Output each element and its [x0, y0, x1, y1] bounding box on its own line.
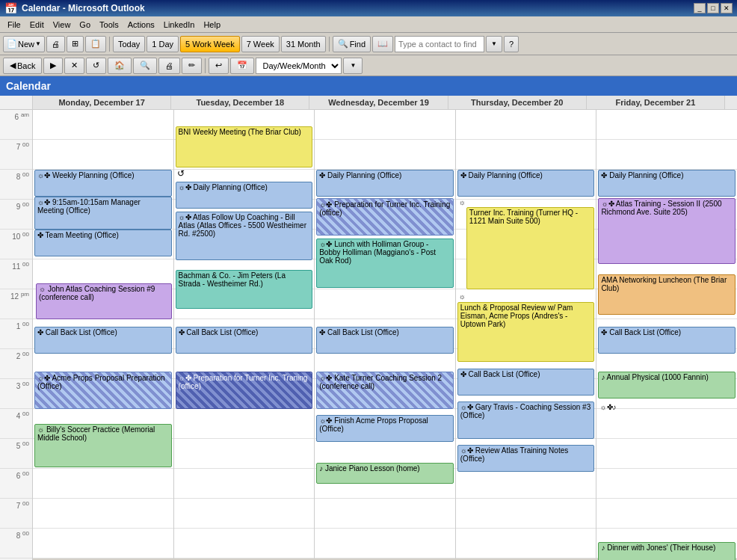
event-fri-1[interactable]: ✤ Daily Planning (Office)	[598, 170, 736, 197]
menu-bar: File Edit View Go Tools Actions LinkedIn…	[0, 16, 737, 33]
edit-nav-button[interactable]: ✏	[182, 58, 202, 74]
table-icon: 📋	[90, 39, 101, 49]
event-thu-6[interactable]: ☼✤ Review Atlas Training Notes (Office)	[457, 445, 595, 472]
grid-icon-button[interactable]: ⊞	[67, 36, 84, 52]
address-book-button[interactable]: 📖	[372, 36, 393, 52]
calendar-title: Calendar	[6, 80, 51, 92]
time-3: 3 00	[0, 379, 32, 409]
print-icon: 🖨	[52, 40, 60, 49]
day-col-tue[interactable]: BNI Weekly Meeting (The Briar Club) ↺ ☼✤…	[174, 110, 315, 559]
month-button[interactable]: 31 Month	[281, 36, 326, 52]
time-11: 11 00	[0, 259, 32, 289]
menu-file[interactable]: File	[3, 19, 25, 31]
menu-edit[interactable]: Edit	[25, 19, 49, 31]
event-wed-1[interactable]: ✤ Daily Planning (Office)	[316, 170, 454, 197]
undo-button[interactable]: ↩	[209, 58, 229, 74]
maximize-button[interactable]: □	[707, 3, 719, 13]
event-thu-3[interactable]: Lunch & Proposal Review w/ Pam Eisman, A…	[457, 302, 595, 362]
event-thu-2[interactable]: Turner Inc. Training (Turner HQ - 1121 M…	[466, 207, 595, 289]
event-tue-4[interactable]: Bachman & Co. - Jim Peters (La Strada - …	[176, 270, 313, 309]
event-tue-6[interactable]: ☼✤ Preparation for Turner Inc. Traning (…	[176, 372, 313, 409]
close-button[interactable]: ✕	[721, 3, 733, 13]
prev-nav-button[interactable]: ◀ Back	[3, 58, 42, 74]
menu-linkedin[interactable]: LinkedIn	[159, 19, 200, 31]
event-tue-2[interactable]: ☼✤ Daily Planning (Office)	[176, 182, 313, 209]
refresh-button[interactable]: ↺	[86, 58, 106, 74]
find-icon: 🔍	[338, 39, 348, 49]
event-thu-4[interactable]: ✤ Call Back List (Office)	[457, 369, 595, 396]
event-mon-7[interactable]: ☼ Billy's Soccer Practice (Memorial Midd…	[34, 424, 172, 467]
search-nav-button[interactable]: 🔍	[133, 58, 157, 74]
today-button[interactable]: Today	[113, 36, 145, 52]
calendar-nav-icon[interactable]: 📅	[230, 58, 254, 74]
stop-button[interactable]: ✕	[64, 58, 84, 74]
day-button[interactable]: 1 Day	[147, 36, 179, 52]
new-button[interactable]: 📄 New ▼	[3, 36, 45, 52]
event-tue-1[interactable]: BNI Weekly Meeting (The Briar Club)	[176, 126, 313, 167]
contact-search-input[interactable]	[395, 36, 484, 52]
day-header-tue: Tuesday, December 18	[171, 96, 309, 109]
time-column: 6 am 7 00 8 00 9 00 10 00 11 00 12 pm 1 …	[0, 110, 33, 560]
time-4: 4 00	[0, 409, 32, 439]
menu-go[interactable]: Go	[75, 19, 95, 31]
table-icon-button[interactable]: 📋	[85, 36, 106, 52]
time-2: 2 00	[0, 349, 32, 379]
event-mon-4[interactable]: ☼ John Atlas Coaching Session #9 (confer…	[36, 283, 172, 319]
new-dropdown-arrow[interactable]: ▼	[35, 40, 41, 47]
time-9: 9 00	[0, 200, 32, 230]
event-wed-2[interactable]: ☼✤ Preparation for Turner Inc. Training …	[316, 198, 454, 236]
event-thu-1[interactable]: ✤ Daily Planning (Office)	[457, 170, 595, 197]
day-header-mon: Monday, December 17	[33, 96, 171, 109]
event-wed-7[interactable]: ♪ Janice Piano Lesson (home)	[316, 463, 454, 484]
event-mon-2[interactable]: ☼✤ 9:15am-10:15am Manager Meeting (Offic…	[34, 197, 172, 230]
event-mon-6[interactable]: ☼✤ Acme Props Proposal Preparation (Offi…	[34, 372, 172, 409]
event-fri-5[interactable]: ♪ Annual Physical (1000 Fannin)	[598, 372, 736, 399]
day-col-fri[interactable]: ✤ Daily Planning (Office) ☼✤ Atlas Train…	[596, 110, 737, 559]
time-gutter-header	[0, 96, 33, 109]
event-tue-5[interactable]: ✤ Call Back List (Office)	[176, 327, 313, 354]
week-button[interactable]: 7 Week	[241, 36, 280, 52]
event-tue-refresh: ↺	[177, 168, 185, 179]
help-button[interactable]: ?	[504, 36, 519, 52]
event-fri-6[interactable]: ♪ Dinner with Jones' (Their House)	[598, 542, 736, 560]
home-button[interactable]: 🏠	[108, 58, 132, 74]
find-button[interactable]: 🔍 Find	[333, 36, 371, 52]
event-wed-4[interactable]: ✤ Call Back List (Office)	[316, 327, 454, 354]
time-10: 10 00	[0, 230, 32, 259]
address-book-icon: 📖	[377, 39, 388, 49]
minimize-button[interactable]: _	[694, 3, 706, 13]
title-bar: 📅 Calendar - Microsoft Outlook _ □ ✕	[0, 0, 737, 16]
next-nav-button[interactable]: ▶	[43, 58, 63, 74]
event-mon-1[interactable]: ☼✤ Weekly Planning (Office)	[34, 170, 172, 197]
event-wed-3[interactable]: ☼✤ Lunch with Holliman Group - Bobby Hol…	[316, 239, 454, 288]
event-fri-sun-icons: ☼✤♪	[599, 403, 616, 411]
menu-tools[interactable]: Tools	[95, 19, 123, 31]
print-nav-button[interactable]: 🖨	[158, 58, 180, 74]
event-thu-5[interactable]: ☼✤ Gary Travis - Coaching Session #3 (Of…	[457, 401, 595, 439]
grid-icon: ⊞	[72, 39, 78, 49]
event-wed-5[interactable]: ☼✤ Kate Turner Coaching Session 2 (confe…	[316, 372, 454, 409]
event-mon-5[interactable]: ✤ Call Back List (Office)	[34, 327, 172, 354]
event-mon-3[interactable]: ✤ Team Meeting (Office)	[34, 230, 172, 256]
view-dropdown[interactable]: Day/Week/Month	[256, 58, 342, 74]
menu-help[interactable]: Help	[199, 19, 225, 31]
event-thu-sun2: ☼	[459, 292, 466, 301]
window-title: Calendar - Microsoft Outlook	[22, 3, 145, 13]
event-fri-3[interactable]: AMA Networking Luncheon (The Briar Club)	[598, 274, 736, 315]
menu-view[interactable]: View	[49, 19, 75, 31]
calendar-scroll[interactable]: 6 am 7 00 8 00 9 00 10 00 11 00 12 pm 1 …	[0, 110, 737, 560]
separator-2	[329, 37, 330, 52]
event-wed-6[interactable]: ☼✤ Finish Acme Props Proposal (Office)	[316, 415, 454, 442]
day-col-mon[interactable]: ☼✤ Weekly Planning (Office) ☼✤ 9:15am-10…	[33, 110, 174, 559]
event-fri-2[interactable]: ☼✤ Atlas Training - Session II (2500 Ric…	[598, 198, 736, 264]
day-col-wed[interactable]: ✤ Daily Planning (Office) ☼✤ Preparation…	[315, 110, 456, 559]
print-button[interactable]: 🖨	[46, 36, 65, 52]
contact-search-dropdown[interactable]: ▼	[486, 36, 502, 52]
day-col-thu[interactable]: ✤ Daily Planning (Office) ☼ Turner Inc. …	[456, 110, 597, 559]
work-week-button[interactable]: 5 Work Week	[180, 36, 240, 52]
event-tue-3[interactable]: ☼✤ Atlas Follow Up Coaching - Bill Atlas…	[176, 212, 313, 260]
menu-actions[interactable]: Actions	[123, 19, 159, 31]
event-fri-4[interactable]: ✤ Call Back List (Office)	[598, 327, 736, 354]
app-icon: 📅	[4, 2, 17, 14]
view-dropdown-btn[interactable]: ▼	[343, 58, 363, 74]
